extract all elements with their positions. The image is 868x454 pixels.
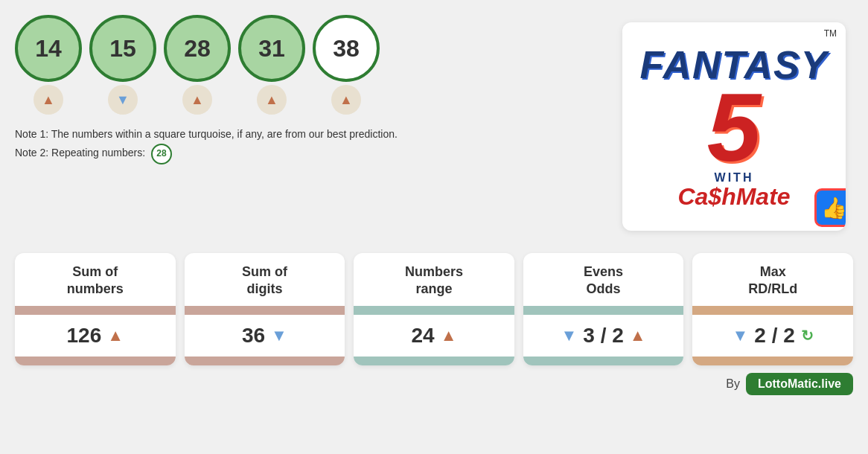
balls-row: 14 ▲ 15 ▼ 28 ▲ bbox=[15, 15, 615, 115]
max-rd-value: 2 / 2 bbox=[754, 324, 794, 348]
stat-card-numbers-range: Numbersrange 24 ▲ bbox=[354, 253, 514, 365]
ball-3-number: 28 bbox=[184, 35, 211, 63]
sum-numbers-arrow-up-icon: ▲ bbox=[107, 326, 124, 345]
stat-card-numbers-range-bar-top bbox=[354, 306, 514, 315]
numbers-range-value: 24 bbox=[412, 324, 435, 348]
stat-card-sum-digits-header: Sum ofdigits bbox=[185, 253, 345, 306]
ball-4: 31 bbox=[238, 15, 305, 82]
ball-5: 38 bbox=[313, 15, 380, 82]
stat-card-numbers-range-bar-bottom bbox=[354, 357, 514, 365]
stat-card-sum-numbers: Sum ofnumbers 126 ▲ bbox=[15, 253, 176, 365]
stat-card-evens-odds-bar-top bbox=[523, 306, 684, 315]
stat-card-max-rd-bar-bottom bbox=[692, 357, 853, 365]
stat-card-numbers-range-value: 24 ▲ bbox=[354, 315, 514, 357]
max-rd-refresh-icon: ↻ bbox=[801, 327, 814, 345]
stat-card-sum-digits-bar-bottom bbox=[185, 357, 345, 365]
stat-card-numbers-range-header: Numbersrange bbox=[354, 253, 514, 306]
stat-card-sum-numbers-header: Sum ofnumbers bbox=[15, 253, 176, 306]
sum-digits-value: 36 bbox=[242, 324, 265, 348]
stat-card-evens-odds-bar-bottom bbox=[523, 357, 684, 365]
logo-tm: TM bbox=[824, 28, 837, 39]
stat-card-max-rd-value: ▼ 2 / 2 ↻ bbox=[692, 315, 853, 357]
sum-numbers-value: 126 bbox=[67, 324, 102, 348]
repeating-badge: 28 bbox=[151, 144, 172, 164]
stat-card-sum-digits-bar-top bbox=[185, 306, 345, 315]
logo-with: WITH bbox=[715, 171, 754, 185]
main-container: 14 ▲ 15 ▼ 28 ▲ bbox=[0, 0, 868, 454]
sum-digits-arrow-down-icon: ▼ bbox=[271, 326, 287, 345]
stat-card-sum-digits: Sum ofdigits 36 ▼ bbox=[185, 253, 345, 365]
top-section: 14 ▲ 15 ▼ 28 ▲ bbox=[15, 15, 853, 238]
note1-text: Note 1: The numbers within a square turq… bbox=[15, 125, 615, 144]
ball-3: 28 bbox=[164, 15, 231, 82]
logo-area: TM Fantasy 5 WITH Ca$hMate 👍 bbox=[615, 15, 853, 238]
ball-1-arrow-up[interactable]: ▲ bbox=[33, 85, 63, 115]
evens-odds-value: 3 / 2 bbox=[583, 324, 623, 348]
ball-wrapper-1: 14 ▲ bbox=[15, 15, 82, 115]
ball-5-arrow-up[interactable]: ▲ bbox=[331, 85, 361, 115]
ball-1: 14 bbox=[15, 15, 82, 82]
numbers-range-arrow-up-icon: ▲ bbox=[441, 326, 457, 345]
stat-card-max-rd-bar-top bbox=[692, 306, 853, 315]
stat-card-max-rd-header: MaxRD/RLd bbox=[692, 253, 853, 306]
stat-card-evens-odds-header: EvensOdds bbox=[523, 253, 684, 306]
notes-area: Note 1: The numbers within a square turq… bbox=[15, 125, 615, 164]
stats-row: Sum ofnumbers 126 ▲ Sum ofdigits 36 ▼ Nu… bbox=[15, 253, 853, 365]
ball-1-number: 14 bbox=[35, 35, 62, 63]
evens-odds-arrow-up-icon: ▲ bbox=[630, 326, 646, 345]
max-rd-arrow-down-icon: ▼ bbox=[733, 326, 749, 345]
ball-wrapper-2: 15 ▼ bbox=[89, 15, 156, 115]
logo-cashmate: Ca$hMate bbox=[677, 185, 790, 208]
thumbs-up-button[interactable]: 👍 bbox=[814, 188, 846, 227]
logo-5: 5 bbox=[707, 84, 761, 171]
ball-wrapper-4: 31 ▲ bbox=[238, 15, 305, 115]
stat-card-max-rd: MaxRD/RLd ▼ 2 / 2 ↻ bbox=[692, 253, 853, 365]
ball-4-arrow-up[interactable]: ▲ bbox=[257, 85, 287, 115]
stat-card-evens-odds-value: ▼ 3 / 2 ▲ bbox=[523, 315, 684, 357]
footer-row: By LottoMatic.live bbox=[15, 373, 853, 395]
ball-2-number: 15 bbox=[109, 35, 136, 63]
footer-brand: LottoMatic.live bbox=[746, 373, 853, 395]
ball-3-arrow-up[interactable]: ▲ bbox=[182, 85, 212, 115]
ball-2-arrow-down[interactable]: ▼ bbox=[108, 85, 138, 115]
ball-5-number: 38 bbox=[333, 35, 360, 63]
note2-row: Note 2: Repeating numbers: 28 bbox=[15, 144, 615, 164]
stat-card-sum-numbers-bar-bottom bbox=[15, 357, 176, 365]
evens-odds-arrow-down-icon: ▼ bbox=[561, 326, 578, 345]
balls-area: 14 ▲ 15 ▼ 28 ▲ bbox=[15, 15, 615, 164]
stat-card-evens-odds: EvensOdds ▼ 3 / 2 ▲ bbox=[523, 253, 684, 365]
stat-card-sum-numbers-value: 126 ▲ bbox=[15, 315, 176, 357]
stat-card-sum-digits-value: 36 ▼ bbox=[185, 315, 345, 357]
ball-wrapper-5: 38 ▲ bbox=[313, 15, 380, 115]
ball-4-number: 31 bbox=[258, 35, 285, 63]
footer-by: By bbox=[726, 377, 740, 391]
stat-card-sum-numbers-bar-top bbox=[15, 306, 176, 315]
logo-box: TM Fantasy 5 WITH Ca$hMate 👍 bbox=[622, 22, 846, 231]
ball-wrapper-3: 28 ▲ bbox=[164, 15, 231, 115]
ball-2: 15 bbox=[89, 15, 156, 82]
note2-prefix: Note 2: Repeating numbers: bbox=[15, 147, 145, 159]
